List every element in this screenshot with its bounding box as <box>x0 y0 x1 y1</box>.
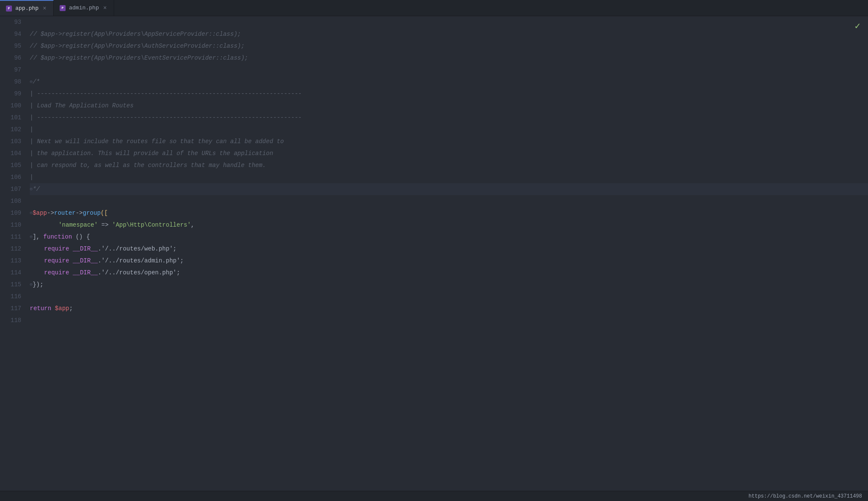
line-number: 105 <box>4 159 21 171</box>
status-bar: https://blog.csdn.net/weixin_43711498 <box>0 491 868 501</box>
code-text: }); <box>33 279 43 291</box>
tab-close-app[interactable]: × <box>42 5 47 12</box>
arrow-operator: -> <box>47 207 54 219</box>
code-line <box>30 195 868 207</box>
indent <box>30 243 44 255</box>
comment-text: // $app->register(App\Providers\AuthServ… <box>30 40 244 52</box>
comment-bar: | <box>30 100 37 112</box>
comment-text: Load The Application Routes <box>37 100 134 112</box>
tab-close-admin[interactable]: × <box>102 5 107 12</box>
line-number: 103 <box>4 135 21 147</box>
code-text: .'/../routes/open.php'; <box>98 267 180 279</box>
code-line: ⊖}); <box>30 279 868 291</box>
code-text <box>69 243 72 255</box>
line-number: 109 <box>4 207 21 219</box>
tab-label-app: app.php <box>15 5 39 12</box>
fold-icon[interactable]: ⊖ <box>30 76 33 88</box>
indent <box>30 267 44 279</box>
status-url: https://blog.csdn.net/weixin_43711498 <box>749 493 862 499</box>
line-number: 117 <box>4 302 21 314</box>
comment-bar: | <box>30 88 37 100</box>
code-line: require __DIR__.'/../routes/admin.php'; <box>30 255 868 267</box>
comment-text: // $app->register(App\Providers\AppServi… <box>30 28 241 40</box>
line-number: 100 <box>4 100 21 112</box>
comment-text: /* <box>33 76 40 88</box>
checkmark-icon: ✓ <box>855 20 860 32</box>
code-text: .'/../routes/web.php'; <box>98 243 177 255</box>
line-number: 93 <box>4 16 21 28</box>
constant: __DIR__ <box>73 255 98 267</box>
code-line <box>30 16 868 28</box>
php-icon-app: P <box>6 6 12 12</box>
variable: $app <box>55 302 69 314</box>
tab-bar: P app.php × P admin.php × <box>0 0 868 16</box>
code-line: 'namespace' => 'App\Http\Controllers', <box>30 219 868 231</box>
line-number: 102 <box>4 124 21 135</box>
code-line: return $app; <box>30 302 868 314</box>
comment-bar: | <box>30 171 37 183</box>
constant: __DIR__ <box>73 243 98 255</box>
comment-bar: | <box>30 135 37 147</box>
tab-app-php[interactable]: P app.php × <box>0 0 54 16</box>
line-number: 110 <box>4 219 21 231</box>
code-line <box>30 314 868 326</box>
line-number: 99 <box>4 88 21 100</box>
tab-label-admin: admin.php <box>69 5 99 11</box>
line-number: 113 <box>4 255 21 267</box>
code-text <box>69 267 72 279</box>
comment-text: the application. This will provide all o… <box>37 147 273 159</box>
code-line: | can respond to, as well as the control… <box>30 159 868 171</box>
code-text: ; <box>69 302 72 314</box>
comment-text: */ <box>33 183 40 195</box>
code-line: | the application. This will provide all… <box>30 147 868 159</box>
code-text <box>51 302 55 314</box>
keyword: require <box>44 267 69 279</box>
line-number: 108 <box>4 195 21 207</box>
comment-bar: | <box>30 159 37 171</box>
code-line: ⊖$app->router->group([ <box>30 207 868 219</box>
code-line: | --------------------------------------… <box>30 88 868 100</box>
code-line: | Load The Application Routes <box>30 100 868 112</box>
line-number: 95 <box>4 40 21 52</box>
line-number: 107 <box>4 183 21 195</box>
code-line: ⊖/* <box>30 76 868 88</box>
fold-icon[interactable]: ⊖ <box>30 279 33 291</box>
code-text: => <box>98 219 112 231</box>
comment-bar: | <box>30 124 37 135</box>
fold-icon[interactable]: ⊖ <box>30 183 33 195</box>
code-line: ⊖], function () { <box>30 231 868 243</box>
code-line: | <box>30 124 868 135</box>
code-area: ✓ 93949596979899100101102103104105106107… <box>0 16 868 491</box>
string-literal: 'App\Http\Controllers' <box>112 219 191 231</box>
indent <box>30 219 58 231</box>
indent <box>30 255 44 267</box>
code-line: | <box>30 171 868 183</box>
fold-icon[interactable]: ⊖ <box>30 231 33 243</box>
variable: $app <box>33 207 47 219</box>
string-literal: 'namespace' <box>58 219 98 231</box>
line-number: 104 <box>4 147 21 159</box>
keyword: require <box>44 243 69 255</box>
line-number: 101 <box>4 112 21 124</box>
line-numbers: 9394959697989910010110210310410510610710… <box>0 16 26 491</box>
line-number: 114 <box>4 267 21 279</box>
code-line: require __DIR__.'/../routes/web.php'; <box>30 243 868 255</box>
comment-bar: | <box>30 112 37 124</box>
keyword: require <box>44 255 69 267</box>
code-line: require __DIR__.'/../routes/open.php'; <box>30 267 868 279</box>
code-line: | --------------------------------------… <box>30 112 868 124</box>
fold-icon[interactable]: ⊖ <box>30 207 33 219</box>
code-line: // $app->register(App\Providers\EventSer… <box>30 52 868 64</box>
line-number: 96 <box>4 52 21 64</box>
line-number: 115 <box>4 279 21 291</box>
tab-admin-php[interactable]: P admin.php × <box>54 0 114 16</box>
keyword: function <box>43 231 72 243</box>
code-text: () { <box>72 231 90 243</box>
line-number: 98 <box>4 76 21 88</box>
line-number: 97 <box>4 64 21 76</box>
code-text <box>69 255 72 267</box>
line-number: 111 <box>4 231 21 243</box>
comment-bar: | <box>30 147 37 159</box>
editor: P app.php × P admin.php × ✓ 939495969798… <box>0 0 868 501</box>
code-content[interactable]: // $app->register(App\Providers\AppServi… <box>26 16 868 491</box>
